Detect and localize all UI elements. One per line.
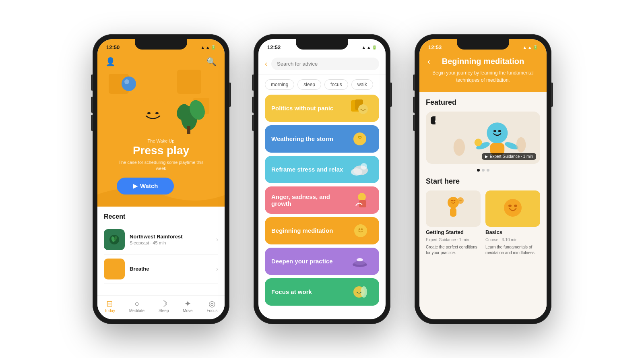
svg-point-7 [133, 98, 173, 138]
status-time-2: 12:52 [267, 44, 281, 50]
svg-point-10 [122, 77, 136, 91]
topic-art-politics [345, 95, 373, 122]
topic-card-focus[interactable]: Focus at work [265, 278, 379, 306]
svg-point-24 [358, 193, 366, 201]
topic-label-storm: Weathering the storm [271, 135, 333, 142]
watch-button[interactable]: ▶ Watch [117, 178, 174, 195]
svg-point-42 [454, 139, 465, 156]
dot-1[interactable] [477, 169, 480, 172]
meditate-icon: ○ [134, 300, 139, 308]
hero-title: Press play [117, 144, 205, 157]
nav-meditate[interactable]: ○ Meditate [129, 300, 144, 313]
svg-point-11 [124, 79, 129, 84]
bottom-nav: ⊟ Today ○ Meditate ☽ Sleep ✦ Move ◎ Fo [97, 295, 225, 319]
nav-move[interactable]: ✦ Move [183, 300, 192, 313]
status-time-1: 12:50 [106, 44, 120, 50]
recent-thumb-1 [104, 229, 125, 250]
topic-art-focus [345, 278, 373, 306]
topic-label-politics: Politics without panic [271, 105, 333, 112]
topic-label-focus: Focus at work [271, 288, 312, 295]
today-icon: ⊟ [106, 300, 113, 308]
list-item[interactable]: Breathe › [104, 255, 218, 284]
recent-name-2: Breathe [130, 266, 211, 272]
svg-point-53 [514, 205, 517, 207]
svg-point-37 [498, 130, 501, 132]
phone-3: 12:53 ▲ ▲ 🔋 ‹ Beginning meditation Begin… [415, 34, 551, 324]
svg-rect-25 [359, 200, 366, 207]
topic-card-anger[interactable]: Anger, sadness, and growth [265, 186, 379, 214]
svg-point-26 [354, 224, 367, 237]
svg-point-49 [454, 200, 456, 201]
back-button-3[interactable]: ‹ [427, 57, 436, 66]
recent-section: Recent Northwest Rainforest Sleepcast · … [97, 207, 225, 295]
topic-card-politics[interactable]: Politics without panic [265, 95, 379, 122]
tag-walk[interactable]: walk [351, 79, 373, 90]
featured-card[interactable]: About the Basics [426, 112, 540, 164]
topic-card-deepen[interactable]: Deepen your practice [265, 248, 379, 275]
svg-point-41 [475, 139, 482, 146]
status-icons-1: ▲ ▲ 🔋 [201, 45, 216, 50]
phone-1: 12:50 ▲ ▲ 🔋 👤 🔍 [93, 34, 229, 324]
svg-point-22 [351, 168, 362, 176]
chevron-right-icon: › [216, 236, 218, 243]
topic-label-meditation: Beginning meditation [271, 227, 333, 234]
tag-morning[interactable]: morning [265, 79, 294, 90]
start-card-desc-gs: Create the perfect conditions for your p… [426, 244, 481, 256]
phone3-title: Beginning meditation [439, 57, 527, 66]
topic-card-meditation[interactable]: Beginning meditation [265, 217, 379, 244]
watch-label: Watch [140, 182, 158, 189]
start-here-grid: Getting Started Expert Guidance · 1 min … [426, 190, 540, 256]
recent-title: Recent [104, 213, 218, 220]
chevron-right-icon-2: › [216, 265, 218, 273]
nav-focus[interactable]: ◎ Focus [206, 300, 217, 313]
nav-focus-label: Focus [206, 308, 217, 313]
sleep-icon: ☽ [160, 300, 167, 308]
carousel-dots [426, 169, 540, 172]
topic-art-deepen [345, 248, 373, 275]
dot-2[interactable] [482, 169, 485, 172]
phones-container: 12:50 ▲ ▲ 🔋 👤 🔍 [76, 18, 568, 340]
hero-text: The Wake Up Press play The case for sche… [117, 139, 205, 195]
start-card-getting-started[interactable]: Getting Started Expert Guidance · 1 min … [426, 190, 481, 256]
nav-sleep[interactable]: ☽ Sleep [159, 300, 169, 313]
svg-point-43 [516, 137, 526, 152]
topic-list: Politics without panic Weathering the st… [258, 95, 386, 319]
notch-3 [457, 39, 509, 50]
topic-card-stress[interactable]: Reframe stress and relax [265, 156, 379, 183]
focus-icon: ◎ [208, 300, 215, 308]
notch-1 [135, 39, 187, 50]
search-bar: ‹ [258, 54, 386, 74]
recent-sub-1: Sleepcast · 45 min [130, 240, 211, 245]
svg-point-28 [361, 228, 363, 230]
back-button[interactable]: ‹ [265, 60, 267, 68]
nav-sleep-label: Sleep [159, 308, 169, 313]
status-icons-3: ▲ ▲ 🔋 [523, 45, 538, 50]
topic-label-deepen: Deepen your practice [271, 258, 333, 265]
svg-point-48 [451, 200, 453, 201]
recent-thumb-2 [104, 259, 125, 279]
status-icons-2: ▲ ▲ 🔋 [362, 45, 377, 50]
play-icon: ▶ [133, 182, 138, 190]
expert-badge-text: Expert Guidance · 1 min [490, 154, 533, 159]
move-icon: ✦ [184, 300, 191, 308]
dot-3[interactable] [487, 169, 489, 172]
list-item[interactable]: Northwest Rainforest Sleepcast · 45 min … [104, 225, 218, 255]
svg-point-52 [508, 205, 512, 207]
svg-point-36 [493, 130, 496, 132]
tag-focus[interactable]: focus [324, 79, 348, 90]
phone3-body: Featured About the Basics [419, 92, 547, 319]
start-card-desc-basics: Learn the fundamentals of meditation and… [485, 244, 540, 256]
tag-sleep[interactable]: sleep [297, 79, 321, 90]
svg-point-20 [359, 136, 361, 137]
search-input[interactable] [271, 58, 379, 70]
topic-label-anger: Anger, sadness, and growth [271, 193, 345, 207]
start-card-meta-gs: Expert Guidance · 1 min [426, 238, 481, 242]
svg-point-33 [361, 286, 367, 298]
phone3-header: ‹ Beginning meditation Begin your journe… [419, 54, 547, 92]
topic-card-storm[interactable]: Weathering the storm [265, 125, 379, 153]
nav-today[interactable]: ⊟ Today [104, 300, 115, 313]
start-card-basics[interactable]: Basics Course · 3-10 min Learn the funda… [485, 190, 540, 256]
wake-up-label: The Wake Up [117, 139, 205, 143]
nav-move-label: Move [183, 308, 192, 313]
svg-point-31 [357, 258, 363, 261]
